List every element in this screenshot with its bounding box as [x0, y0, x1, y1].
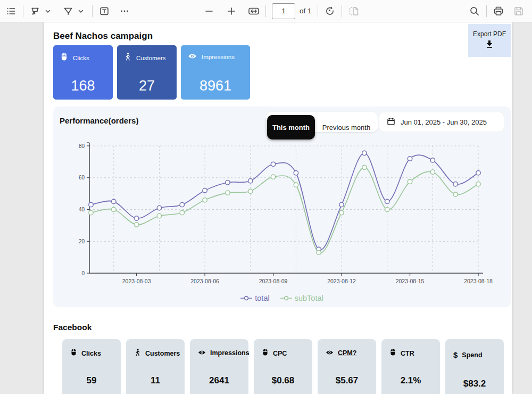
card-value: 2.1% [381, 375, 440, 386]
summary-cards-row: Clicks 168 Customers 27 [53, 45, 250, 100]
fb-card-spend: $ Spend $83.2 [445, 339, 504, 394]
printer-icon [492, 5, 505, 18]
tab-previous-month[interactable]: Previous month [315, 117, 378, 137]
pdf-page: Beef Nachos campaign Export PDF Clicks 1… [44, 22, 512, 394]
fit-width-icon [247, 5, 260, 18]
card-label: Clicks [81, 350, 101, 357]
person-icon [124, 52, 131, 63]
highlight-tool-button[interactable] [27, 3, 43, 19]
card-value: $83.2 [445, 379, 504, 389]
card-value: 8961 [181, 78, 250, 94]
toolbar-separator [92, 5, 93, 17]
card-label[interactable]: CPM? [338, 349, 356, 357]
summary-card-customers: Customers 27 [117, 45, 177, 100]
page-view-button [346, 3, 362, 19]
facebook-cards-row: Clicks 59 Customers 11 [62, 339, 504, 394]
card-header: Clicks [62, 339, 121, 358]
card-value: 11 [126, 375, 185, 386]
ellipsis-icon [119, 6, 130, 17]
legend-label: total [255, 294, 269, 302]
highlight-options-button[interactable] [43, 3, 53, 19]
legend-item-subtotal[interactable]: subTotal [280, 294, 323, 302]
svg-text:20: 20 [79, 239, 85, 244]
toolbar-separator [265, 5, 266, 17]
card-header: CPM? [318, 339, 376, 358]
card-value: 59 [62, 375, 121, 386]
card-value: 168 [53, 78, 113, 94]
fb-card-ctr: CTR 2.1% [381, 339, 440, 394]
svg-text:80: 80 [79, 143, 85, 149]
svg-text:2023-08-12: 2023-08-12 [327, 278, 356, 284]
page-count-label: of 1 [300, 7, 312, 15]
card-value: 27 [117, 78, 177, 94]
fit-width-button[interactable] [246, 3, 262, 19]
minus-icon [204, 6, 214, 17]
svg-text:60: 60 [79, 175, 85, 180]
fb-card-customers: Customers 11 [126, 339, 185, 394]
highlighter-icon [29, 5, 41, 17]
eye-icon [198, 348, 206, 358]
card-label: CTR [401, 350, 414, 357]
zoom-in-button[interactable] [223, 3, 239, 19]
card-value: 2641 [190, 375, 248, 386]
person-icon [134, 348, 141, 359]
mouse-icon [389, 348, 396, 358]
svg-text:40: 40 [79, 207, 85, 212]
search-button[interactable] [467, 3, 483, 19]
text-box-icon [98, 5, 110, 17]
card-header: $ Spend [445, 339, 504, 359]
month-toggle: This month Previous month [266, 112, 378, 132]
pdf-viewer-window: of 1 [0, 0, 532, 394]
summary-card-clicks: Clicks 168 [53, 45, 113, 100]
performance-line-chart[interactable]: 0204060802023-08-032023-08-062023-08-092… [60, 139, 504, 288]
card-value: $5.67 [318, 375, 376, 386]
draw-tool-button[interactable] [60, 3, 76, 19]
card-header: CTR [381, 339, 440, 358]
export-pdf-button[interactable]: Export PDF [468, 24, 511, 57]
performance-panel: Performance(orders) This month Previous … [53, 106, 511, 307]
chevron-down-icon [45, 8, 51, 14]
card-header: Clicks [53, 45, 113, 63]
search-icon [469, 5, 480, 17]
chevron-down-icon [78, 8, 84, 14]
date-range-label: Jun 01, 2025 - Jun 30, 2025 [401, 118, 487, 126]
svg-text:0: 0 [81, 270, 85, 276]
tab-this-month[interactable]: This month [267, 115, 315, 139]
fb-card-cpc: CPC $0.68 [254, 339, 312, 394]
chart-legend: total subTotal [53, 294, 511, 302]
print-button[interactable] [491, 3, 506, 19]
legend-item-total[interactable]: total [240, 294, 269, 302]
date-range-picker[interactable]: Jun 01, 2025 - Jun 30, 2025 [379, 112, 504, 132]
page-number-input[interactable] [272, 3, 295, 19]
toolbar-separator [23, 5, 23, 17]
save-icon [513, 5, 525, 17]
pdf-toolbar: of 1 [0, 0, 532, 22]
eye-icon [188, 52, 197, 62]
card-value: $0.68 [254, 375, 312, 386]
more-tools-button[interactable] [117, 3, 132, 19]
facebook-heading: Facebook [53, 323, 92, 332]
card-header: CPC [254, 339, 312, 358]
legend-label: subTotal [295, 294, 323, 302]
card-label: Clicks [73, 55, 89, 61]
download-icon [485, 39, 494, 51]
plus-icon [226, 6, 237, 17]
svg-text:2023-08-03: 2023-08-03 [122, 278, 151, 284]
text-tool-button[interactable] [96, 3, 112, 19]
zoom-out-button[interactable] [201, 3, 217, 19]
fb-card-impressions: Impressions 2641 [190, 339, 248, 394]
card-header: Impressions [190, 339, 248, 358]
campaign-title: Beef Nachos campaign [53, 31, 153, 42]
dollar-icon: $ [453, 350, 458, 359]
draw-options-button[interactable] [76, 3, 86, 19]
toolbar-separator [318, 5, 318, 17]
fb-card-clicks: Clicks 59 [62, 339, 121, 394]
svg-text:2023-08-09: 2023-08-09 [259, 278, 288, 284]
rotate-icon [323, 5, 336, 18]
card-header: Customers [117, 45, 177, 63]
list-outline-icon [6, 6, 16, 17]
outline-list-button[interactable] [3, 3, 19, 19]
rotate-button[interactable] [322, 3, 338, 19]
toolbar-separator [342, 5, 342, 17]
calendar-icon [387, 117, 395, 127]
